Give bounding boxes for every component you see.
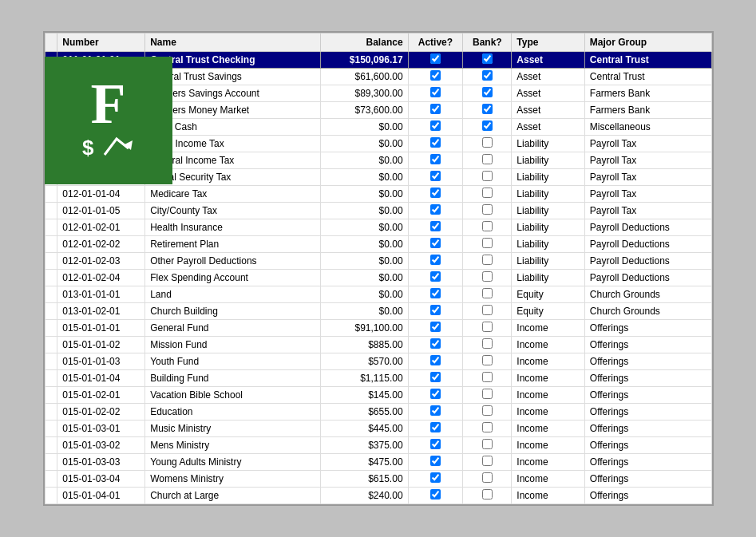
bank-checkbox[interactable]: [482, 405, 493, 416]
active-checkbox-cell[interactable]: [408, 52, 463, 69]
bank-checkbox-cell[interactable]: [463, 353, 512, 370]
active-checkbox-cell[interactable]: [408, 353, 463, 370]
active-checkbox[interactable]: [430, 104, 441, 114]
bank-checkbox-cell[interactable]: [463, 270, 512, 286]
active-checkbox-cell[interactable]: [408, 136, 463, 152]
active-checkbox[interactable]: [430, 53, 441, 64]
bank-checkbox-cell[interactable]: [463, 136, 512, 152]
active-checkbox-cell[interactable]: [408, 387, 463, 404]
bank-checkbox[interactable]: [482, 338, 493, 349]
active-checkbox[interactable]: [430, 70, 441, 81]
table-row[interactable]: 012-01-02-02Retirement Plan$0.00Liabilit…: [45, 236, 711, 253]
table-row[interactable]: 012-01-02-01Health Insurance$0.00Liabili…: [45, 219, 711, 236]
bank-checkbox-cell[interactable]: [463, 286, 512, 303]
active-checkbox-cell[interactable]: [408, 404, 463, 421]
active-checkbox-cell[interactable]: [408, 421, 463, 437]
active-checkbox[interactable]: [430, 154, 441, 164]
bank-checkbox[interactable]: [482, 439, 493, 449]
active-checkbox-cell[interactable]: [408, 454, 463, 471]
active-checkbox[interactable]: [430, 271, 441, 282]
active-checkbox[interactable]: [430, 188, 441, 198]
active-checkbox-cell[interactable]: [408, 253, 463, 270]
bank-checkbox-cell[interactable]: [463, 69, 512, 85]
table-row[interactable]: 013-01-02-01Church Building$0.00EquityCh…: [45, 303, 711, 320]
active-checkbox-cell[interactable]: [408, 337, 463, 353]
active-checkbox-cell[interactable]: [408, 203, 463, 219]
bank-checkbox[interactable]: [482, 271, 493, 282]
active-checkbox[interactable]: [430, 137, 441, 148]
bank-checkbox-cell[interactable]: [463, 320, 512, 337]
table-row[interactable]: 012-01-01-05City/County Tax$0.00Liabilit…: [45, 203, 711, 219]
bank-checkbox-cell[interactable]: [463, 85, 512, 102]
bank-checkbox[interactable]: [482, 137, 493, 148]
table-row[interactable]: 012-01-01-04Medicare Tax$0.00LiabilityPa…: [45, 186, 711, 203]
table-row[interactable]: 015-01-01-01General Fund$91,100.00Income…: [45, 320, 711, 337]
bank-checkbox[interactable]: [482, 355, 493, 365]
bank-checkbox[interactable]: [482, 188, 493, 198]
bank-checkbox-cell[interactable]: [463, 186, 512, 203]
active-checkbox[interactable]: [430, 322, 441, 332]
bank-checkbox-cell[interactable]: [463, 119, 512, 136]
active-checkbox-cell[interactable]: [408, 102, 463, 119]
active-checkbox-cell[interactable]: [408, 320, 463, 337]
active-checkbox-cell[interactable]: [408, 169, 463, 186]
table-row[interactable]: 015-01-03-03Young Adults Ministry$475.00…: [45, 454, 711, 471]
table-row[interactable]: 015-01-01-02Mission Fund$885.00IncomeOff…: [45, 337, 711, 353]
active-checkbox[interactable]: [430, 439, 441, 449]
active-checkbox[interactable]: [430, 389, 441, 399]
table-row[interactable]: 015-01-01-03Youth Fund$570.00IncomeOffer…: [45, 353, 711, 370]
table-row[interactable]: 015-01-01-04Building Fund$1,115.00Income…: [45, 370, 711, 387]
bank-checkbox-cell[interactable]: [463, 52, 512, 69]
bank-checkbox[interactable]: [482, 422, 493, 432]
bank-checkbox[interactable]: [482, 372, 493, 382]
bank-checkbox[interactable]: [482, 322, 493, 332]
bank-checkbox[interactable]: [482, 171, 493, 181]
bank-checkbox[interactable]: [482, 389, 493, 399]
active-checkbox[interactable]: [430, 372, 441, 382]
bank-checkbox-cell[interactable]: [463, 454, 512, 471]
active-checkbox-cell[interactable]: [408, 219, 463, 236]
table-row[interactable]: 015-01-03-04Womens Ministry$615.00Income…: [45, 471, 711, 488]
active-checkbox-cell[interactable]: [408, 370, 463, 387]
active-checkbox[interactable]: [430, 472, 441, 483]
bank-checkbox[interactable]: [482, 120, 493, 131]
bank-checkbox-cell[interactable]: [463, 253, 512, 270]
active-checkbox-cell[interactable]: [408, 270, 463, 286]
active-checkbox-cell[interactable]: [408, 85, 463, 102]
table-row[interactable]: 015-01-02-01Vacation Bible School$145.00…: [45, 387, 711, 404]
active-checkbox[interactable]: [430, 338, 441, 349]
active-checkbox-cell[interactable]: [408, 303, 463, 320]
table-row[interactable]: 012-01-02-04Flex Spending Account$0.00Li…: [45, 270, 711, 286]
active-checkbox-cell[interactable]: [408, 471, 463, 488]
bank-checkbox-cell[interactable]: [463, 203, 512, 219]
active-checkbox[interactable]: [430, 405, 441, 416]
bank-checkbox-cell[interactable]: [463, 421, 512, 437]
active-checkbox[interactable]: [430, 288, 441, 298]
bank-checkbox[interactable]: [482, 288, 493, 298]
bank-checkbox[interactable]: [482, 204, 493, 215]
active-checkbox[interactable]: [430, 355, 441, 365]
bank-checkbox[interactable]: [482, 87, 493, 97]
bank-checkbox-cell[interactable]: [463, 169, 512, 186]
active-checkbox[interactable]: [430, 171, 441, 181]
bank-checkbox[interactable]: [482, 489, 493, 499]
table-row[interactable]: 015-01-02-02Education$655.00IncomeOfferi…: [45, 404, 711, 421]
bank-checkbox[interactable]: [482, 472, 493, 483]
bank-checkbox[interactable]: [482, 456, 493, 466]
bank-checkbox-cell[interactable]: [463, 387, 512, 404]
active-checkbox[interactable]: [430, 221, 441, 231]
bank-checkbox-cell[interactable]: [463, 370, 512, 387]
active-checkbox[interactable]: [430, 120, 441, 131]
active-checkbox[interactable]: [430, 422, 441, 432]
bank-checkbox-cell[interactable]: [463, 337, 512, 353]
active-checkbox-cell[interactable]: [408, 69, 463, 85]
active-checkbox[interactable]: [430, 87, 441, 97]
active-checkbox-cell[interactable]: [408, 488, 463, 504]
active-checkbox[interactable]: [430, 204, 441, 215]
active-checkbox[interactable]: [430, 456, 441, 466]
active-checkbox-cell[interactable]: [408, 119, 463, 136]
bank-checkbox[interactable]: [482, 104, 493, 114]
table-row[interactable]: 015-01-04-01Church at Large$240.00Income…: [45, 488, 711, 504]
bank-checkbox[interactable]: [482, 53, 493, 64]
bank-checkbox-cell[interactable]: [463, 102, 512, 119]
